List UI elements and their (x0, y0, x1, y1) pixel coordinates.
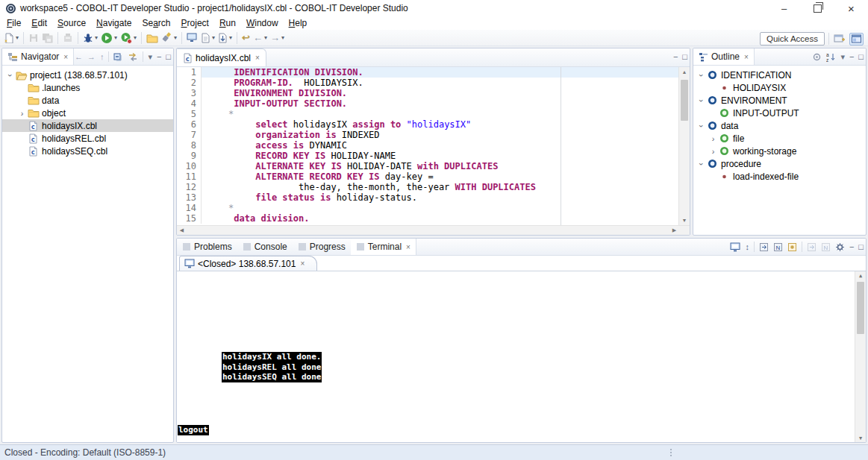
terminal-tab-close-icon[interactable]: × (406, 243, 410, 251)
back-icon[interactable]: ←▾ (252, 31, 268, 45)
outline-item-input-output[interactable]: INPUT-OUTPUT (693, 107, 866, 119)
code-line-3[interactable]: 3 ENVIRONMENT DIVISION. (177, 88, 690, 98)
expander-icon[interactable]: › (697, 159, 706, 168)
cobol-perspective-icon[interactable] (849, 33, 864, 45)
terminal-scroll-up-icon[interactable]: ▲ (855, 271, 866, 281)
scroll-left-icon[interactable]: ◀ (177, 226, 187, 235)
save-all-icon[interactable] (41, 31, 54, 45)
code-line-8[interactable]: 8 access is DYNAMIC (177, 140, 690, 151)
outline-maximize-icon[interactable]: □ (858, 52, 864, 61)
disconnect-icon[interactable]: N (773, 242, 783, 252)
last-edit-icon[interactable]: ↩ (241, 31, 251, 45)
terminal-settings-icon[interactable] (787, 242, 797, 252)
new-wizard-icon[interactable]: ▾ (3, 31, 19, 45)
navigator-item--launches[interactable]: .launches (2, 81, 173, 94)
statusbar-grip[interactable] (670, 449, 672, 450)
sort-icon[interactable]: az (826, 52, 836, 62)
bottom-minimize-icon[interactable]: − (849, 242, 854, 251)
run-icon[interactable]: ▾ (100, 31, 118, 45)
terminal-body[interactable]: holidaysIX all done.holidaysREL all done… (177, 271, 866, 443)
outline-item-working-storage[interactable]: ›working-storage (693, 145, 866, 157)
tab-navigator[interactable]: Navigator × (2, 48, 74, 65)
tab-editor-holidaysix[interactable]: c holidaysIX.cbl × (177, 48, 266, 66)
outline-item-identification[interactable]: ›IDENTIFICATION (693, 69, 866, 81)
tab-progress[interactable]: Progress (293, 239, 351, 255)
scroll-up-icon[interactable]: ▲ (679, 67, 690, 77)
outline-item-data[interactable]: ›data (693, 119, 866, 132)
close-button[interactable]: × (834, 0, 868, 16)
search-icon[interactable]: ▾ (160, 31, 178, 45)
expander-icon[interactable]: › (6, 70, 15, 80)
outline-item-holidaysix[interactable]: HOLIDAYSIX (693, 81, 866, 94)
terminal-scroll-down-icon[interactable]: ▼ (855, 434, 866, 443)
profile-icon[interactable]: ▾ (119, 31, 137, 45)
outline-tab-close-icon[interactable]: × (744, 53, 749, 61)
code-line-6[interactable]: 6 select holidaysIX assign to "holidaysI… (177, 119, 690, 130)
code-line-12[interactable]: 12 the-day, the-month, the-year WITH DUP… (177, 182, 690, 192)
debug-icon[interactable]: ▾ (82, 31, 99, 45)
properties-icon[interactable] (835, 242, 845, 252)
restore-button[interactable] (801, 0, 834, 16)
outline-item-file[interactable]: ›file (693, 132, 866, 145)
menu-help[interactable]: Help (284, 17, 313, 29)
bottom-maximize-icon[interactable]: □ (858, 242, 864, 251)
tab-problems[interactable]: Problems (177, 239, 237, 255)
quick-access-button[interactable]: Quick Access (760, 32, 825, 45)
forward-icon[interactable]: →▾ (269, 31, 285, 45)
clear-terminal-icon[interactable]: N (821, 242, 831, 252)
code-line-4[interactable]: 4 INPUT-OUTPUT SECTION. (177, 98, 690, 109)
code-line-14[interactable]: 14 * (177, 203, 690, 213)
menu-file[interactable]: File (1, 17, 26, 29)
tab-terminal-connection[interactable]: <Closed> 138.68.57.101 × (179, 256, 317, 271)
code-line-13[interactable]: 13 file status is holiday-status. (177, 192, 690, 203)
editor-hscrollbar[interactable]: ◀ ▶ (177, 225, 690, 235)
navigator-item-holidaysseq-cbl[interactable]: cholidaysSEQ.cbl (2, 145, 173, 157)
editor-vscroll-thumb[interactable] (681, 80, 688, 121)
new-terminal-icon[interactable] (730, 242, 740, 252)
menu-run[interactable]: Run (214, 17, 241, 29)
scroll-right-icon[interactable]: ▶ (669, 226, 679, 235)
editor-body[interactable]: 1 IDENTIFICATION DIVISION.2 PROGRAM-ID. … (177, 67, 690, 225)
outline-view-menu-icon[interactable]: ▾ (840, 52, 845, 62)
back-icon[interactable]: ← (75, 52, 83, 61)
focus-icon[interactable] (812, 52, 822, 62)
save-icon[interactable] (28, 31, 40, 45)
console-icon[interactable] (186, 31, 199, 45)
navigator-tab-close-icon[interactable]: × (63, 53, 68, 61)
outline-item-procedure[interactable]: ›procedure (693, 157, 866, 170)
tab-terminal[interactable]: Terminal× (351, 239, 416, 255)
navigator-item-holidaysix-cbl[interactable]: cholidaysIX.cbl (2, 119, 173, 132)
code-line-7[interactable]: 7 organization is INDEXED (177, 130, 690, 140)
terminal-vscrollbar[interactable]: ▲ ▼ (855, 271, 866, 443)
editor-vscrollbar[interactable]: ▲ ▼ (678, 67, 690, 225)
link-with-editor-icon[interactable] (128, 52, 138, 62)
minimize-button[interactable]: – (767, 0, 801, 16)
menu-project[interactable]: Project (176, 17, 214, 29)
code-line-15[interactable]: 15 data division. (177, 213, 690, 224)
maximize-editor-icon[interactable]: □ (682, 52, 687, 61)
code-line-10[interactable]: 10 ALTERNATE KEY IS HOLIDAY-DATE with DU… (177, 161, 690, 171)
open-perspective-icon[interactable] (833, 34, 846, 45)
next-annotation-icon[interactable]: ▾ (217, 31, 233, 45)
terminal-connection-close-icon[interactable]: × (300, 259, 305, 268)
expander-icon[interactable]: › (708, 134, 718, 143)
pin-terminal-icon[interactable] (807, 242, 817, 252)
terminal-vscroll-thumb[interactable] (857, 282, 864, 334)
code-line-9[interactable]: 9 RECORD KEY IS HOLIDAY-NAME (177, 151, 690, 161)
code-line-11[interactable]: 11 ALTERNATE RECORD KEY IS day-key = (177, 171, 690, 182)
navigator-item-data[interactable]: data (2, 94, 173, 107)
build-icon[interactable] (62, 31, 74, 45)
menu-search[interactable]: Search (137, 17, 175, 29)
outline-minimize-icon[interactable]: − (849, 52, 854, 61)
code-line-2[interactable]: 2 PROGRAM-ID. HOLIDAYSIX. (177, 78, 690, 88)
view-menu-icon[interactable]: ▾ (148, 52, 152, 62)
expander-icon[interactable]: › (17, 109, 27, 118)
outline-item-environment[interactable]: ›ENVIRONMENT (693, 94, 866, 107)
editor-tab-close-icon[interactable]: × (255, 54, 260, 62)
maximize-view-icon[interactable]: □ (166, 52, 171, 61)
tab-console[interactable]: Console (237, 239, 293, 255)
menu-edit[interactable]: Edit (26, 17, 52, 29)
code-line-5[interactable]: 5 * (177, 109, 690, 119)
expander-icon[interactable]: › (697, 95, 706, 105)
scroll-down-icon[interactable]: ▼ (679, 215, 690, 225)
